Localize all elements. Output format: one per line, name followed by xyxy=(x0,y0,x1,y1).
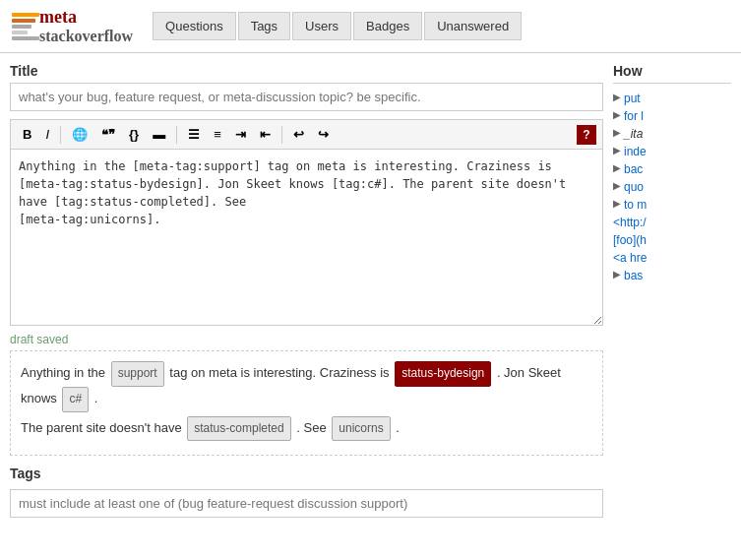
preview-text-2c: . xyxy=(396,420,400,435)
nav-questions[interactable]: Questions xyxy=(153,12,236,40)
toolbar-sep-3 xyxy=(281,126,282,144)
logo-text: meta stackoverflow xyxy=(39,8,133,44)
arrow-icon-4: ▶ xyxy=(613,162,621,173)
preview-text-1a: Anything in the xyxy=(21,365,105,380)
sidebar-item-3: ▶ inde xyxy=(613,145,731,158)
nav-unanswered[interactable]: Unanswered xyxy=(424,12,522,40)
preview-tag-csharp: c# xyxy=(62,387,89,412)
quote-icon: ❝❞ xyxy=(101,127,115,142)
image-icon: ▬ xyxy=(153,127,165,142)
sidebar-item-10: ▶ bas xyxy=(613,269,731,282)
preview-tag-statusbydesign: status-bydesign xyxy=(395,361,491,387)
header: meta stackoverflow Questions Tags Users … xyxy=(0,0,741,53)
editor-content: Title B I 🌐 ❝❞ {} ▬ ☰ ≡ xyxy=(10,63,603,526)
editor-toolbar: B I 🌐 ❝❞ {} ▬ ☰ ≡ ⇥ ⇤ xyxy=(10,119,603,149)
toolbar-sep-1 xyxy=(60,126,61,144)
preview-tag-support: support xyxy=(111,361,164,387)
arrow-icon-5: ▶ xyxy=(613,180,621,191)
sidebar-link-3[interactable]: inde xyxy=(624,145,647,158)
arrow-icon-2: ▶ xyxy=(613,127,621,138)
sidebar-item-5: ▶ quo xyxy=(613,180,731,194)
ol-icon: ☰ xyxy=(188,127,200,142)
nav-users[interactable]: Users xyxy=(292,12,351,40)
logo-icon xyxy=(12,13,39,40)
toolbar-sep-2 xyxy=(176,126,177,144)
quote-button[interactable]: ❝❞ xyxy=(95,124,121,145)
indent-icon: ⇥ xyxy=(235,127,246,142)
sidebar-link-4[interactable]: bac xyxy=(624,162,643,176)
redo-button[interactable]: ↪ xyxy=(312,124,335,145)
arrow-icon-3: ▶ xyxy=(613,145,621,156)
sidebar-text-7: <http:/ xyxy=(613,216,647,229)
help-button[interactable]: ? xyxy=(577,125,596,145)
main-layout: Title B I 🌐 ❝❞ {} ▬ ☰ ≡ xyxy=(0,53,741,535)
preview-line-2: The parent site doesn't have status-comp… xyxy=(21,416,592,442)
sidebar-title: How xyxy=(613,63,731,84)
nav-badges[interactable]: Badges xyxy=(353,12,422,40)
ul-button[interactable]: ≡ xyxy=(208,124,227,145)
indent-button[interactable]: ⇥ xyxy=(229,124,252,145)
outdent-icon: ⇤ xyxy=(260,127,271,142)
undo-button[interactable]: ↩ xyxy=(287,124,310,145)
title-label: Title xyxy=(10,63,603,79)
sidebar-link-2[interactable]: _ita xyxy=(624,127,643,141)
preview-text-2a: The parent site doesn't have xyxy=(21,420,182,435)
bold-button[interactable]: B xyxy=(17,124,37,145)
sidebar-item-2: ▶ _ita xyxy=(613,127,731,141)
tags-input[interactable] xyxy=(10,489,603,518)
sidebar-link-5[interactable]: quo xyxy=(624,180,644,194)
preview-area: Anything in the support tag on meta is i… xyxy=(10,350,603,456)
sidebar-link-10[interactable]: bas xyxy=(624,269,643,282)
ol-button[interactable]: ☰ xyxy=(182,124,206,145)
sidebar-link-6[interactable]: to m xyxy=(624,198,647,212)
preview-text-2b: . See xyxy=(296,420,326,435)
sidebar-item-0: ▶ put xyxy=(613,92,731,105)
main-nav: Questions Tags Users Badges Unanswered xyxy=(153,12,522,40)
nav-tags[interactable]: Tags xyxy=(238,12,290,40)
sidebar-item-4: ▶ bac xyxy=(613,162,731,176)
preview-line-1: Anything in the support tag on meta is i… xyxy=(21,361,592,411)
sidebar-link-0[interactable]: put xyxy=(624,92,641,105)
editor-textarea[interactable]: Anything in the [meta-tag:support] tag o… xyxy=(10,149,603,326)
sidebar-item-7: <http:/ xyxy=(613,216,731,229)
undo-icon: ↩ xyxy=(293,127,304,142)
sidebar-item-9: <a hre xyxy=(613,251,731,265)
sidebar: How ▶ put ▶ for l ▶ _ita ▶ inde ▶ bac ▶ … xyxy=(613,63,731,526)
tags-section: Tags xyxy=(10,466,603,518)
sidebar-item-6: ▶ to m xyxy=(613,198,731,212)
arrow-icon-6: ▶ xyxy=(613,198,621,209)
preview-tag-statuscompleted: status-completed xyxy=(187,416,290,442)
sidebar-text-9: <a hre xyxy=(613,251,647,265)
arrow-icon-0: ▶ xyxy=(613,92,621,102)
arrow-icon-1: ▶ xyxy=(613,109,621,120)
title-input[interactable] xyxy=(10,83,603,111)
logo-stackoverflow: stackoverflow xyxy=(39,28,133,45)
sidebar-item-8: [foo](h xyxy=(613,233,731,247)
sidebar-text-8: [foo](h xyxy=(613,233,647,247)
preview-text-1d: . xyxy=(94,391,98,405)
italic-button[interactable]: I xyxy=(39,124,55,145)
arrow-icon-10: ▶ xyxy=(613,269,621,280)
sidebar-item-1: ▶ for l xyxy=(613,109,731,123)
link-icon: 🌐 xyxy=(72,127,88,142)
ul-icon: ≡ xyxy=(214,127,221,142)
link-button[interactable]: 🌐 xyxy=(66,124,93,145)
redo-icon: ↪ xyxy=(318,127,329,142)
preview-tag-unicorns: unicorns xyxy=(332,416,390,442)
draft-saved-label: draft saved xyxy=(10,333,603,346)
preview-text-1b: tag on meta is interesting. Craziness is xyxy=(169,365,389,380)
image-button[interactable]: ▬ xyxy=(147,124,171,145)
title-field-row: Title xyxy=(10,63,603,111)
logo-meta: meta xyxy=(39,8,133,28)
outdent-button[interactable]: ⇤ xyxy=(254,124,277,145)
tags-label: Tags xyxy=(10,466,603,481)
code-button[interactable]: {} xyxy=(123,124,145,145)
sidebar-link-1[interactable]: for l xyxy=(624,109,644,123)
logo: meta stackoverflow xyxy=(12,8,133,44)
